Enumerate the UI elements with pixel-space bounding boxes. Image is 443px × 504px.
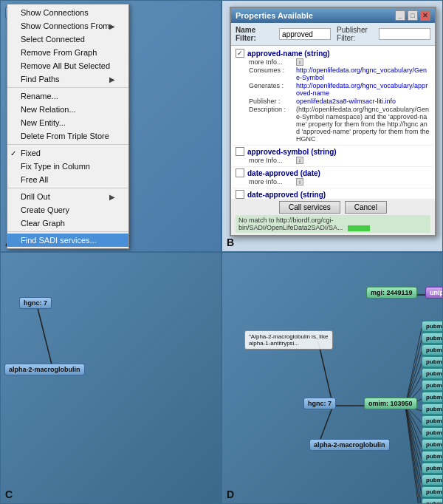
detail-val: (http://openlifedata.org/hgnc_vocabulary… — [296, 106, 430, 143]
menu-create-query[interactable]: Create Query — [7, 203, 128, 217]
menu-drill-out[interactable]: Drill Out ▶ — [7, 190, 128, 203]
svg-line-6 — [405, 340, 422, 406]
graph-node-pubmed11[interactable]: pubmed: 2301225 — [422, 439, 443, 450]
prop-checkbox[interactable] — [236, 49, 244, 58]
menu-find-paths[interactable]: Find Paths ▶ — [7, 72, 128, 86]
properties-titlebar: Properties Available _ □ ✕ — [231, 8, 435, 23]
menu-item-label: Rename... — [21, 92, 58, 101]
menu-fix-type-column[interactable]: Fix Type in Column — [7, 160, 128, 173]
graph-node-pubmed6[interactable]: pubmed: 19530096 — [422, 380, 443, 391]
prop-detail-row: Publisher : openlifedata2sa8-wilmsacr-li… — [249, 98, 430, 105]
graph-node-hgnc7[interactable]: hgnc: 7 — [19, 297, 52, 309]
cancel-button[interactable]: Cancel — [345, 201, 387, 214]
menu-item-label: Delete From Triple Store — [21, 132, 109, 140]
properties-body: approved-name (string) more Info... i Co… — [231, 46, 435, 199]
menu-item-label: Remove All But Selected — [21, 61, 110, 70]
maximize-button[interactable]: □ — [408, 10, 418, 21]
prop-title: date-approved (string) — [247, 191, 326, 199]
info-icon[interactable]: i — [296, 178, 303, 185]
graph-node-hgnc7-d[interactable]: hgnc: 7 — [303, 398, 336, 409]
prop-approved-symbol: approved-symbol (string) more Info... i — [233, 146, 433, 167]
section-label-d: D — [227, 488, 234, 500]
graph-node-pubmed15[interactable]: pubmed: 4622731 — [422, 486, 443, 497]
info-icon[interactable]: i — [296, 58, 303, 66]
publisher-filter-label: Publisher Filter: — [337, 26, 376, 42]
graph-node-pubmed10[interactable]: pubmed: 7544347 — [422, 427, 443, 438]
menu-item-label: Fixed — [21, 149, 41, 157]
name-filter-input[interactable] — [279, 28, 331, 40]
graph-node-pubmed8[interactable]: pubmed: 2490294 — [422, 403, 443, 415]
svg-line-5 — [405, 328, 422, 406]
menu-remove-all-but-selected[interactable]: Remove All But Selected — [7, 59, 128, 72]
graph-node-pubmed12[interactable]: pubmed: 2460294 — [422, 451, 443, 462]
menu-item-label: Show Connections From — [21, 21, 109, 30]
svg-line-3 — [318, 341, 333, 406]
menu-item-label: New Entity... — [21, 118, 66, 127]
info-icon[interactable]: i — [296, 157, 303, 164]
menu-item-label: Drill Out — [21, 192, 50, 201]
prop-date-approved-string: date-approved (string) more Info... i — [233, 188, 433, 199]
graph-node-pubmed1[interactable]: pubmed: 9811940 — [422, 321, 443, 332]
quadrant-d: hgnc: 7 omim: 103950 mgi: 2449119 unipro… — [222, 252, 443, 504]
quadrant-b: Properties Available _ □ ✕ Name Filter: … — [222, 0, 443, 252]
close-button[interactable]: ✕ — [420, 10, 430, 21]
menu-find-sadi[interactable]: Find SADI services... — [7, 234, 128, 247]
graph-node-alpha2-d[interactable]: alpha-2-macroglobulin — [309, 439, 390, 451]
detail-key: more Info... — [249, 157, 293, 164]
graph-node-pubmed3[interactable]: pubmed: 7528166 — [422, 344, 443, 355]
properties-buttons: Call services Cancel — [236, 201, 430, 214]
publisher-filter-input[interactable] — [379, 28, 430, 40]
graph-node-pubmed9[interactable]: pubmed: 19380872 — [422, 415, 443, 426]
separator-3 — [7, 188, 128, 188]
graph-node-pubmed5[interactable]: pubmed: 2940422 — [422, 368, 443, 379]
menu-free-all[interactable]: Free All — [7, 173, 128, 186]
call-services-button[interactable]: Call services — [279, 201, 340, 214]
detail-val: http://openlifedata.org/hgnc_vocabulary/… — [296, 82, 430, 97]
prop-title: approved-symbol (string) — [247, 148, 337, 156]
prop-checkbox[interactable] — [236, 190, 244, 199]
menu-remove-from-graph[interactable]: Remove From Graph — [7, 46, 128, 59]
menu-item-label: Free All — [21, 175, 48, 184]
svg-line-18 — [405, 406, 422, 483]
prop-details: more Info... i — [249, 157, 430, 164]
name-filter-label: Name Filter: — [236, 26, 273, 42]
submenu-arrow-icon: ▶ — [109, 75, 115, 84]
checkmark-icon: ✓ — [10, 149, 16, 157]
menu-new-relation[interactable]: New Relation... — [7, 103, 128, 116]
detail-key: Description : — [249, 106, 293, 143]
graph-node-alpha2-c[interactable]: alpha-2-macroglobulin — [4, 364, 85, 375]
detail-val: openlifedata2sa8-wilmsacr-liti.info — [296, 98, 396, 105]
status-text: No match to http://biordf.org/cgi-bin/SA… — [238, 217, 343, 231]
menu-item-label: Clear Graph — [21, 219, 65, 228]
prop-checkbox[interactable] — [236, 147, 244, 156]
properties-status-bar: No match to http://biordf.org/cgi-bin/SA… — [236, 215, 430, 233]
menu-select-connected[interactable]: Select Connected — [7, 33, 128, 46]
menu-delete-triple[interactable]: Delete From Triple Store — [7, 129, 128, 143]
graph-node-mgi[interactable]: mgi: 2449119 — [366, 287, 417, 299]
properties-footer: Call services Cancel No match to http://… — [231, 199, 435, 235]
minimize-button[interactable]: _ — [395, 10, 405, 21]
prop-header: approved-name (string) — [236, 49, 430, 58]
menu-fixed[interactable]: ✓ Fixed — [7, 146, 128, 160]
graph-node-omim[interactable]: omim: 103950 — [364, 398, 417, 409]
prop-detail-row: Consumes : http://openlifedata.org/hgnc_… — [249, 67, 430, 81]
graph-node-pubmed13[interactable]: pubmed: 9697696 — [422, 463, 443, 474]
graph-node-pubmed2[interactable]: pubmed: 18499670 — [422, 333, 443, 344]
graph-node-pubmed7[interactable]: pubmed: 1374237 — [422, 392, 443, 403]
menu-item-label: Create Query — [21, 205, 69, 214]
section-label-c: C — [5, 488, 13, 500]
menu-new-entity[interactable]: New Entity... — [7, 116, 128, 129]
menu-item-label: Fix Type in Column — [21, 162, 90, 171]
graph-node-pubmed14[interactable]: pubmed: 94459 — [422, 474, 443, 486]
menu-show-connections[interactable]: Show Connections — [7, 6, 128, 19]
menu-clear-graph[interactable]: Clear Graph — [7, 217, 128, 230]
graph-node-pubmed16[interactable]: pubmed: 2408344 — [422, 498, 443, 504]
section-label-b: B — [227, 236, 234, 248]
prop-checkbox[interactable] — [236, 168, 244, 177]
properties-header: Name Filter: Publisher Filter: — [231, 23, 435, 46]
graph-node-pubmed4[interactable]: pubmed: 19639019 — [422, 356, 443, 367]
prop-detail-row: Description : (http://openlifedata.org/h… — [249, 106, 430, 143]
graph-node-uniprot[interactable]: uniprot:Q6GQT1 — [425, 287, 443, 299]
menu-rename[interactable]: Rename... — [7, 89, 128, 103]
menu-show-connections-from[interactable]: Show Connections From ▶ — [7, 19, 128, 33]
